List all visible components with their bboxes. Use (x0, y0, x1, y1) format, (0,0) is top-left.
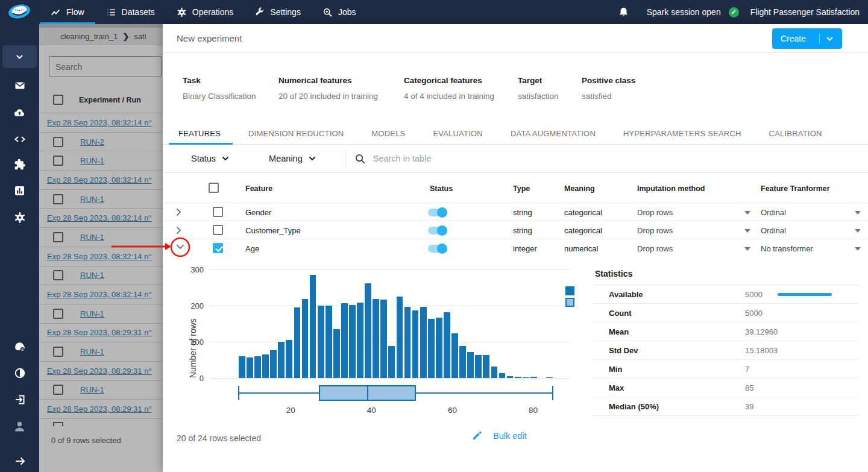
boxplot-min-cap (238, 386, 239, 400)
experiment-tab[interactable]: DIMENSION REDUCTION (248, 123, 344, 144)
gridline (210, 342, 570, 342)
column-meaning: Meaning (564, 184, 595, 193)
table-search-input[interactable] (373, 154, 518, 163)
notifications-bell-icon[interactable] (618, 7, 629, 18)
x-tick-label: 60 (448, 406, 457, 415)
summary-label: Positive class (582, 76, 635, 85)
feature-filter-bar: Status Meaning (163, 145, 868, 173)
statistic-row: Max 85 (594, 379, 859, 397)
statistic-label: Available (609, 290, 745, 299)
histogram-bar (523, 377, 529, 378)
feature-name: Age (245, 244, 259, 253)
gridline (210, 306, 570, 306)
transformer-select[interactable]: Ordinal (761, 208, 861, 217)
experiment-tab[interactable]: FEATURES (178, 123, 221, 144)
exit-icon[interactable] (0, 394, 39, 406)
tab-label: DIMENSION REDUCTION (248, 129, 344, 138)
transformer-select[interactable]: Ordinal (761, 226, 861, 235)
imputation-select[interactable]: Drop rows (637, 226, 750, 235)
histogram-bar (365, 283, 371, 378)
expand-chevron-icon[interactable] (176, 244, 184, 250)
statistic-row: Std Dev 15.18003 (594, 341, 859, 360)
nav-tab-operations[interactable]: Operations (166, 0, 244, 24)
meaning-filter-label: Meaning (269, 154, 303, 163)
data-app-icon[interactable]: e (0, 341, 39, 353)
status-toggle[interactable] (428, 209, 446, 216)
rows-selected-status: 20 of 24 rows selected (177, 433, 261, 443)
statistic-row: Min 7 (594, 360, 859, 379)
nav-tab-flow[interactable]: Flow (40, 0, 95, 24)
feature-meaning: numerical (564, 244, 598, 253)
x-tick-label: 80 (529, 406, 538, 415)
collapse-arrow-icon[interactable] (0, 455, 39, 467)
statistic-value: 85 (745, 383, 753, 392)
statistic-value: 39 (745, 402, 753, 411)
feature-type: string (513, 208, 532, 217)
feature-checkbox[interactable] (213, 225, 223, 235)
experiment-tab[interactable]: DATA AUGMENTATION (511, 123, 596, 144)
status-toggle[interactable] (428, 245, 446, 253)
expand-chevron-icon[interactable] (176, 208, 181, 216)
chart-y-ticks: 0100200300 (178, 269, 207, 378)
experiment-tab[interactable]: CALIBRATION (769, 123, 822, 144)
experiment-tab[interactable]: MODELS (371, 123, 405, 144)
imputation-select[interactable]: Drop rows (637, 244, 750, 253)
mail-icon[interactable] (0, 80, 39, 92)
flow-trend-icon (51, 8, 61, 17)
summary-item: Target satisfaction (518, 76, 582, 101)
statistic-value: 5000 (745, 309, 763, 318)
histogram-bar (412, 310, 419, 378)
nav-tab-label: Flow (66, 7, 84, 17)
age-boxplot (210, 383, 570, 403)
button-divider (819, 33, 820, 44)
experiment-tab[interactable]: EVALUATION (433, 123, 482, 144)
histogram-bar (515, 377, 521, 378)
histogram-bar (397, 297, 403, 378)
summary-item: Positive class satisfied (582, 76, 635, 101)
experiment-tab[interactable]: HYPERPARAMETERS SEARCH (623, 123, 741, 144)
nav-tab-jobs[interactable]: Jobs (312, 0, 367, 24)
user-icon[interactable] (0, 420, 39, 433)
sidebar-workspace-switcher[interactable] (2, 45, 37, 68)
histogram-bar (333, 329, 340, 378)
feature-checkbox[interactable] (213, 243, 223, 253)
caret-down-icon (744, 229, 750, 233)
histogram-bar (420, 307, 427, 378)
nav-tab-datasets[interactable]: Datasets (95, 0, 166, 24)
select-all-features-checkbox[interactable] (209, 183, 219, 193)
x-tick-label: 20 (286, 406, 295, 415)
nav-tab-label: Jobs (338, 7, 356, 17)
transformer-select[interactable]: No transformer (761, 244, 861, 253)
cloud-upload-icon[interactable] (0, 107, 39, 119)
feature-meaning: categorical (564, 208, 602, 217)
extensions-puzzle-icon[interactable] (0, 159, 39, 171)
status-toggle[interactable] (428, 227, 446, 234)
chevron-down-icon (222, 156, 229, 161)
histogram-bar (373, 299, 379, 378)
imputation-select[interactable]: Drop rows (637, 208, 750, 217)
feature-type: integer (513, 244, 537, 253)
contrast-icon[interactable] (0, 367, 39, 379)
meaning-filter-dropdown[interactable]: Meaning (269, 154, 316, 163)
transformer-value: Ordinal (761, 208, 786, 217)
code-icon[interactable] (0, 133, 39, 145)
session-status-text: Spark session open (647, 7, 721, 17)
status-filter-dropdown[interactable]: Status (191, 154, 229, 163)
settings-gear-icon[interactable] (0, 212, 39, 224)
feature-checkbox[interactable] (213, 207, 223, 217)
summary-value: 20 of 20 included in training (278, 92, 404, 101)
histogram-bar (239, 356, 245, 378)
availability-bar (778, 293, 832, 296)
histogram-bar (302, 299, 309, 378)
app-logo[interactable] (5, 2, 33, 22)
expand-chevron-icon[interactable] (176, 226, 181, 234)
create-button[interactable]: Create (772, 28, 842, 49)
bulk-edit-button[interactable]: Bulk edit (471, 430, 527, 441)
top-navigation: Flow Datasets Operations Settings Jobs S… (0, 0, 868, 24)
statistic-label: Median (50%) (609, 402, 745, 411)
datasets-list-icon (106, 7, 116, 17)
nav-tab-settings[interactable]: Settings (244, 0, 312, 24)
histogram-bar (294, 307, 301, 378)
dashboards-chart-icon[interactable] (0, 185, 39, 197)
session-ok-check-icon: ✓ (729, 7, 739, 17)
